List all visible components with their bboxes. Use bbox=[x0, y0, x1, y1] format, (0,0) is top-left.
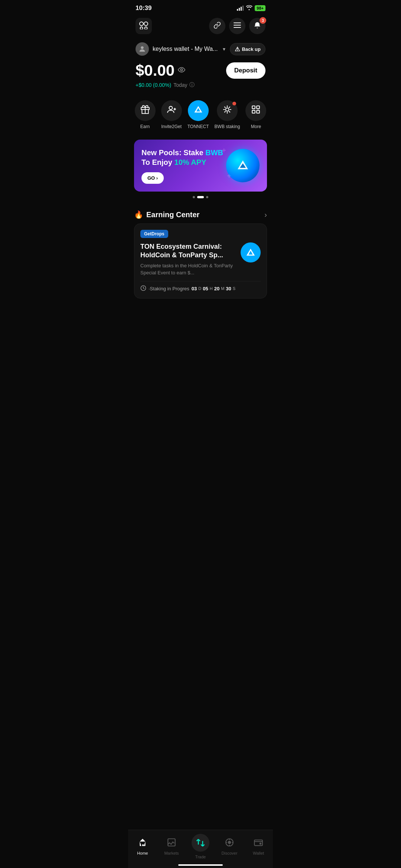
balance-value: $0.00 bbox=[136, 62, 175, 79]
wallet-name: keyless wallet - My Wa... bbox=[153, 46, 218, 52]
link-icon bbox=[213, 22, 221, 31]
countdown-timer: 03 D 05 H 20 M 30 S bbox=[192, 286, 235, 291]
invite-icon-wrap bbox=[161, 100, 182, 121]
fire-icon: 🔥 bbox=[134, 210, 143, 219]
today-label: Today bbox=[173, 82, 187, 88]
banner-dot-1 bbox=[193, 196, 195, 198]
staking-progress: ·Staking in Progres 03 D 05 H 20 M 30 S bbox=[140, 281, 261, 292]
banner-dot-2 bbox=[197, 196, 204, 198]
more-label: More bbox=[251, 124, 261, 129]
status-bar: 10:39 98+ bbox=[128, 0, 273, 15]
tonnect-icon bbox=[193, 104, 203, 117]
earn-label: Earn bbox=[140, 124, 150, 129]
staking-label: BWB staking bbox=[215, 124, 240, 129]
menu-button[interactable] bbox=[229, 18, 245, 34]
earning-center-label: Earning Center bbox=[146, 211, 199, 219]
bell-icon bbox=[254, 22, 261, 31]
timer-s-label: S bbox=[233, 286, 235, 291]
logo-icon bbox=[139, 21, 149, 31]
banner-dot-3 bbox=[206, 196, 208, 198]
banner-card[interactable]: + + New Pools: Stake BWB To Enjoy 10% AP… bbox=[134, 140, 267, 192]
svg-point-7 bbox=[141, 46, 143, 49]
logo-button[interactable] bbox=[136, 18, 152, 34]
svg-rect-6 bbox=[234, 27, 241, 28]
invite-label: Invite2Get bbox=[161, 124, 182, 129]
earn-action[interactable]: Earn bbox=[135, 100, 156, 129]
warning-icon: ⚠ bbox=[235, 46, 240, 53]
earning-card-text: TON Ecosystem Carnival: HoldCoin & TonPa… bbox=[140, 242, 236, 277]
notification-button[interactable]: 3 bbox=[249, 18, 265, 34]
staking-icon bbox=[222, 105, 232, 117]
deco-plus-1: + bbox=[222, 146, 226, 155]
link-button[interactable] bbox=[209, 18, 225, 34]
info-icon[interactable]: ⓘ bbox=[189, 82, 195, 88]
banner-text: New Pools: Stake BWB To Enjoy 10% APY GO… bbox=[141, 148, 226, 184]
eye-icon[interactable] bbox=[177, 66, 186, 76]
wallet-name-highlight: keyless wallet bbox=[153, 46, 189, 52]
banner-dots bbox=[134, 196, 267, 198]
timer-minutes: 20 bbox=[214, 286, 219, 291]
balance-change-value: +$0.00 (0.00%) bbox=[136, 82, 171, 88]
wallet-info[interactable]: keyless wallet - My Wa... ▾ bbox=[136, 42, 225, 56]
balance-display: $0.00 bbox=[136, 62, 186, 79]
svg-point-3 bbox=[145, 27, 147, 29]
svg-point-12 bbox=[226, 108, 229, 111]
staking-label: ·Staking in Progres bbox=[149, 286, 189, 291]
earning-card-title: TON Ecosystem Carnival: HoldCoin & TonPa… bbox=[140, 242, 236, 260]
clock-icon bbox=[140, 285, 146, 292]
wallet-section: keyless wallet - My Wa... ▾ ⚠ Back up $0… bbox=[128, 39, 273, 94]
tonnect-action[interactable]: TONNECT bbox=[188, 100, 209, 129]
menu-icon bbox=[234, 22, 241, 30]
banner-title-accent2: 10% APY bbox=[175, 158, 206, 166]
wallet-header: keyless wallet - My Wa... ▾ ⚠ Back up bbox=[136, 42, 265, 56]
banner-title: New Pools: Stake BWB To Enjoy 10% APY bbox=[141, 148, 226, 167]
earning-card-content: TON Ecosystem Carnival: HoldCoin & TonPa… bbox=[140, 242, 261, 277]
more-icon-wrap bbox=[245, 100, 266, 121]
svg-rect-14 bbox=[257, 106, 260, 109]
banner-title-part1: New Pools: Stake bbox=[141, 149, 205, 157]
balance-row: $0.00 Deposit bbox=[136, 62, 265, 79]
go-button[interactable]: GO › bbox=[141, 172, 164, 184]
backup-button[interactable]: ⚠ Back up bbox=[230, 43, 265, 55]
svg-rect-5 bbox=[234, 25, 241, 25]
gift-icon bbox=[140, 105, 150, 117]
svg-rect-4 bbox=[234, 22, 241, 23]
invite2get-action[interactable]: Invite2Get bbox=[161, 100, 182, 129]
banner-section: + + New Pools: Stake BWB To Enjoy 10% AP… bbox=[128, 136, 273, 204]
timer-days: 03 bbox=[192, 286, 197, 291]
quick-actions: Earn Invite2Get bbox=[128, 94, 273, 136]
banner-title-accent1: BWB bbox=[205, 149, 223, 157]
timer-d-label: D bbox=[198, 286, 201, 291]
wifi-icon bbox=[246, 5, 252, 12]
header-nav: 3 bbox=[128, 15, 273, 39]
backup-label: Back up bbox=[242, 46, 261, 52]
earning-center-title: 🔥 Earning Center bbox=[134, 210, 199, 219]
balance-change: +$0.00 (0.00%) Today ⓘ bbox=[136, 82, 265, 88]
deposit-button[interactable]: Deposit bbox=[226, 62, 265, 79]
timer-h-label: H bbox=[210, 286, 213, 291]
status-time: 10:39 bbox=[136, 4, 151, 12]
grid-icon bbox=[251, 105, 261, 117]
get-drops-badge: GetDrops bbox=[140, 230, 168, 238]
earning-card-desc: Complete tasks in the HoldCoin & TonPart… bbox=[140, 262, 236, 277]
notification-badge: 3 bbox=[260, 17, 266, 24]
earning-card[interactable]: GetDrops TON Ecosystem Carnival: HoldCoi… bbox=[134, 223, 267, 298]
earning-card-tonnect-icon bbox=[241, 242, 261, 262]
banner-title-part2: To Enjoy bbox=[141, 158, 175, 166]
timer-seconds: 30 bbox=[226, 286, 231, 291]
battery-indicator: 98+ bbox=[255, 5, 265, 11]
wallet-chevron-icon: ▾ bbox=[223, 46, 225, 52]
wallet-name-dimmed: - My Wa... bbox=[189, 46, 218, 52]
svg-point-9 bbox=[169, 106, 172, 110]
svg-point-0 bbox=[140, 22, 143, 26]
more-action[interactable]: More bbox=[245, 100, 266, 129]
tonnect-label: TONNECT bbox=[188, 124, 209, 129]
earning-center-header[interactable]: 🔥 Earning Center › bbox=[128, 204, 273, 223]
deco-plus-2: + bbox=[227, 172, 231, 180]
tonnect-icon-wrap bbox=[188, 100, 209, 121]
bwb-staking-action[interactable]: BWB staking bbox=[215, 100, 240, 129]
svg-point-1 bbox=[144, 22, 148, 26]
status-icons: 98+ bbox=[237, 5, 265, 12]
actions-row: Earn Invite2Get bbox=[132, 100, 269, 129]
svg-point-2 bbox=[140, 27, 143, 29]
